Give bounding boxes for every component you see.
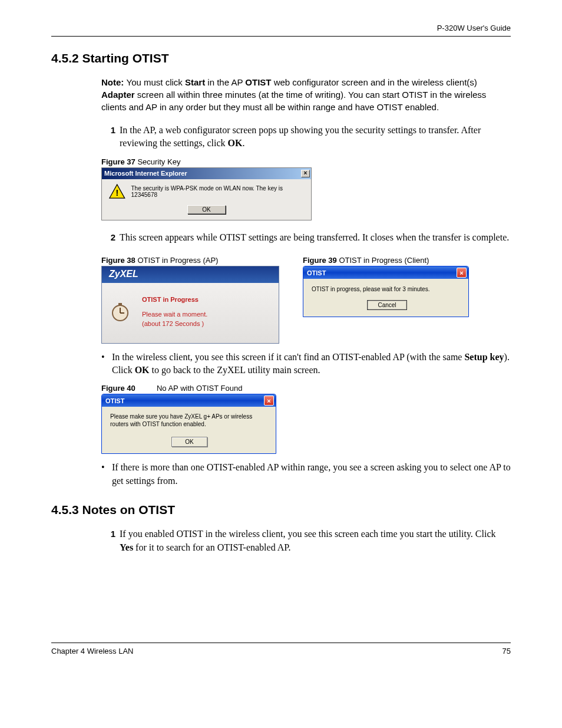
step-1-sec452: 1 In the AP, a web configurator screen p… xyxy=(101,124,511,150)
dialog-title-bar: Microsoft Internet Explorer × xyxy=(102,168,311,179)
warning-icon: ! xyxy=(109,184,125,199)
otist-client-dialog: OTIST × OTIST in progress, please wait f… xyxy=(303,266,469,317)
ok-button[interactable]: OK xyxy=(187,205,225,214)
page-header-right: P-320W User's Guide xyxy=(51,24,511,37)
zyxel-brand: ZyXEL xyxy=(102,266,279,283)
svg-rect-3 xyxy=(118,303,122,305)
note-label: Note: xyxy=(101,77,127,87)
dialog-title-bar: OTIST × xyxy=(102,394,276,407)
step-1-sec453: 1 If you enabled OTIST in the wireless c… xyxy=(101,528,511,554)
section-heading-452: 4.5.2 Starting OTIST xyxy=(51,51,511,65)
dialog-title: Microsoft Internet Explorer xyxy=(104,170,187,177)
footer-chapter: Chapter 4 Wireless LAN xyxy=(51,647,133,655)
ok-button[interactable]: OK xyxy=(171,437,207,447)
figure-38-caption: Figure 38 OTIST in Progress (AP) xyxy=(101,256,279,265)
figure-40-caption: Figure 40 No AP with OTIST Found xyxy=(101,384,511,393)
footer-page-number: 75 xyxy=(503,647,511,655)
stopwatch-icon xyxy=(110,302,130,322)
zyxel-progress-dialog: ZyXEL OTIST in Progress Please wait a mo… xyxy=(101,266,279,344)
zyxel-progress-text: OTIST in Progress Please wait a moment. … xyxy=(142,295,207,329)
note-block: Note: You must click Start in the AP OTI… xyxy=(101,76,511,113)
dialog-title-bar: OTIST × xyxy=(303,266,468,279)
bullet-1: • In the wireless client, you see this s… xyxy=(101,351,511,377)
figure-37-caption: Figure 37 Security Key xyxy=(101,157,511,166)
svg-text:!: ! xyxy=(115,187,118,197)
close-icon[interactable]: × xyxy=(457,268,467,278)
bullet-2: • If there is more than one OTIST-enable… xyxy=(101,461,511,487)
cancel-button[interactable]: Cancel xyxy=(368,301,406,309)
dialog-message: Please make sure you have ZyXEL g+ APs o… xyxy=(110,413,269,428)
section-heading-453: 4.5.3 Notes on OTIST xyxy=(51,503,511,517)
close-icon[interactable]: × xyxy=(301,170,310,177)
dialog-message: The security is WPA-PSK mode on WLAN now… xyxy=(131,185,308,198)
ie-dialog: Microsoft Internet Explorer × ! The secu… xyxy=(101,167,312,220)
page-footer: Chapter 4 Wireless LAN 75 xyxy=(51,643,511,655)
figure-39-caption: Figure 39 OTIST in Progress (Client) xyxy=(303,256,469,265)
close-icon[interactable]: × xyxy=(264,396,274,406)
no-ap-dialog: OTIST × Please make sure you have ZyXEL … xyxy=(101,394,276,454)
dialog-message: OTIST in progress, please wait for 3 min… xyxy=(312,286,462,292)
step-2-sec452: 2 This screen appears while OTIST settin… xyxy=(101,231,511,244)
